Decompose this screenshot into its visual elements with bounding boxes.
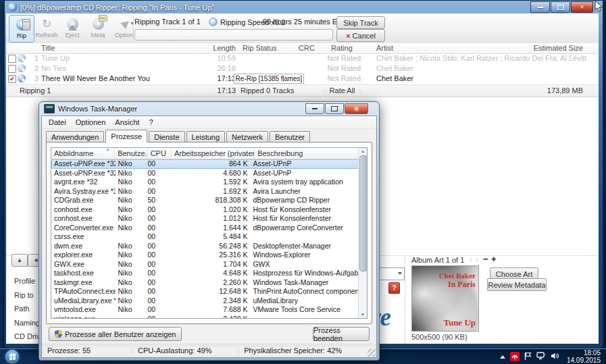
process-row[interactable]: explorer.exeNiko0025.316 KWindows-Explor… [51, 251, 359, 260]
sidebar-item-path[interactable]: Path [14, 305, 30, 313]
maximize-button[interactable] [551, 1, 570, 13]
col-length[interactable]: Length [209, 44, 236, 52]
tm-close-button[interactable]: × [345, 103, 368, 114]
album-next-button[interactable]: › [476, 255, 478, 264]
cd-track-icon [18, 64, 26, 72]
process-row[interactable]: TPAutoConnect.exeNiko0012.648 KThinPrint… [51, 287, 359, 296]
process-col-0[interactable]: Abbildname▴ [51, 148, 115, 159]
tab-dienste[interactable]: Dienste [149, 131, 184, 142]
tray-expand-icon[interactable] [500, 355, 505, 359]
track-checkbox[interactable] [8, 55, 16, 63]
review-metadata-button[interactable]: Review Metadata [487, 278, 547, 291]
eject-drive-button[interactable]: ▲ [11, 254, 28, 267]
process-col-1[interactable]: Benutze... [115, 148, 148, 159]
tab-leistung[interactable]: Leistung [186, 131, 226, 142]
close-button[interactable]: × [571, 1, 593, 13]
tab-netzwerk[interactable]: Netzwerk [226, 131, 268, 142]
ripper-toolbar: Rip ↻ Refresh Eject TAG Meta [6, 14, 599, 44]
album-art-image[interactable]: Chet Baker In Paris Tune Up [411, 265, 479, 332]
album-zoom-out-button[interactable]: − [483, 254, 488, 264]
track-rating[interactable]: Not Rated [324, 54, 361, 62]
track-artist: Chet Baker ; Nicola Stilo; Karl Ratzer ;… [376, 54, 592, 62]
rate-all[interactable]: ✩ Rate All ✩ [322, 86, 362, 95]
scroll-up-icon[interactable]: ▲ [359, 148, 366, 155]
album-prev-button[interactable]: ‹ [470, 255, 472, 264]
meta-button[interactable]: TAG Meta [86, 15, 110, 41]
menu-optionen[interactable]: Optionen [71, 117, 111, 128]
col-artist[interactable]: Artist [376, 44, 393, 52]
track-list-header[interactable]: Title Length Rip Status CRC Rating Artis… [6, 43, 599, 54]
process-row[interactable]: dwm.exeNiko0056.248 KDesktopfenster-Mana… [51, 242, 359, 251]
process-row[interactable]: uMediaLibrary.exe *32Niko002.348 KuMedia… [51, 296, 359, 306]
process-row[interactable]: Avira.Systray.exe *32Niko001.692 KAvira … [51, 187, 359, 197]
avira-tray-icon[interactable] [510, 352, 520, 361]
menu-ansicht[interactable]: Ansicht [110, 117, 144, 128]
album-zoom-in-button[interactable]: + [491, 254, 497, 264]
track-row[interactable]: 2No Ties26:18Not RatedChet Baker [6, 63, 599, 74]
process-cell-0: Avira.Systray.exe *32 [51, 187, 116, 197]
track-checkbox[interactable] [8, 65, 16, 73]
rip-button[interactable]: Rip [9, 15, 34, 43]
summary-length: 17:13 [209, 86, 236, 95]
volume-tray-icon[interactable] [551, 352, 559, 361]
col-title[interactable]: Title [41, 44, 55, 52]
tab-benutzer[interactable]: Benutzer [270, 131, 310, 142]
minimize-button[interactable] [530, 1, 550, 13]
end-process-button[interactable]: Prozess beenden [313, 327, 370, 341]
process-row[interactable]: csrss.exe005.484 K [51, 232, 359, 242]
start-button[interactable] [5, 350, 19, 363]
resize-grip[interactable] [368, 348, 376, 357]
process-row[interactable]: CDGrab.exeNiko50818.308 KdBpoweramp CD R… [51, 196, 359, 205]
process-row[interactable]: avgnt.exe *32Niko001.592 KAvira system t… [51, 178, 359, 187]
track-rating[interactable]: Not Rated [324, 74, 361, 82]
col-crc[interactable]: CRC [290, 44, 324, 52]
sidebar-item-naming[interactable]: Naming [14, 319, 40, 327]
sidebar-item-rip-to[interactable]: Rip to [14, 291, 34, 299]
refresh-button[interactable]: ↻ Refresh [34, 15, 59, 41]
menu-help[interactable]: ? [144, 117, 157, 128]
process-col-3[interactable]: Arbeitsspeicher (privater Arbeitssatz) [172, 148, 255, 159]
track-length: 10:59 [209, 54, 236, 62]
process-col-2[interactable]: CPU [148, 148, 172, 159]
cd-track-icon [18, 74, 26, 82]
scrollbar-thumb[interactable] [359, 155, 368, 271]
process-row[interactable]: conhost.exeNiko001.012 KHost für Konsole… [51, 214, 359, 224]
skip-track-button[interactable]: Skip Track [336, 16, 385, 29]
process-scrollbar[interactable]: ▲ ▼ [358, 148, 367, 318]
track-checkbox[interactable]: ✔ [8, 75, 16, 83]
process-row[interactable]: conhost.exeNiko001.020 KHost für Konsole… [51, 205, 359, 215]
col-rating[interactable]: Rating [331, 44, 353, 52]
tab-prozesse[interactable]: Prozesse [105, 130, 147, 142]
process-cell-0: taskmgr.exe [51, 278, 116, 288]
process-col-4[interactable]: Beschreibung [255, 148, 359, 159]
process-row[interactable]: Asset-uPNP.exe *32Niko004.680 KAsset-UPn… [51, 169, 359, 178]
process-row[interactable]: vmtoolsd.exeNiko007.688 KVMware Tools Co… [51, 305, 359, 315]
track-row[interactable]: 1Tune Up10:59Not RatedChet Baker ; Nicol… [6, 53, 599, 63]
track-row[interactable]: ✔3There Will Never Be Another You17:13Re… [6, 74, 599, 84]
track-rating[interactable]: Not Rated [324, 64, 361, 72]
process-row[interactable]: Asset-uPNP.exe *32Niko00864 KAsset-UPnP [51, 159, 359, 169]
scroll-down-icon[interactable]: ▼ [359, 311, 366, 318]
process-row[interactable]: winlogon.exe002.428 K [51, 315, 359, 319]
eject-button[interactable]: Eject [60, 15, 84, 41]
help-button[interactable]: ? [388, 282, 400, 294]
col-rip-status[interactable]: Rip Status [243, 44, 277, 52]
task-manager-titlebar[interactable]: Windows Task-Manager × [39, 102, 379, 115]
sidebar-item-profile[interactable]: Profile [14, 277, 35, 285]
action-center-flag-icon[interactable] [524, 352, 532, 362]
caption-buttons: × [530, 1, 593, 13]
process-row[interactable]: taskhost.exeNiko004.648 KHostprozess für… [51, 269, 359, 278]
cancel-button[interactable]: ×Cancel [336, 29, 385, 42]
tab-anwendungen[interactable]: Anwendungen [46, 131, 104, 142]
menu-datei[interactable]: Datei [44, 117, 71, 128]
network-tray-icon[interactable] [536, 352, 546, 361]
process-row[interactable]: GWX.exeNiko001.704 KGWX [51, 260, 359, 269]
tm-minimize-button[interactable] [305, 103, 324, 114]
taskbar-clock[interactable]: 18:05 14.09.2015 [567, 349, 601, 364]
process-row[interactable]: taskmgr.exeNiko002.260 KWindows Task-Man… [51, 278, 359, 288]
process-row[interactable]: CoreConverter.exeNiko001.644 KdBpoweramp… [51, 224, 359, 233]
tm-maximize-button[interactable] [325, 103, 344, 114]
cd-ripper-titlebar[interactable]: [0%] dBpoweramp CD Ripper: Ripping "In P… [5, 1, 603, 14]
show-all-processes-button[interactable]: Prozesse aller Benutzer anzeigen [49, 327, 182, 341]
col-estimated-size[interactable]: Estimated Size [534, 44, 583, 52]
